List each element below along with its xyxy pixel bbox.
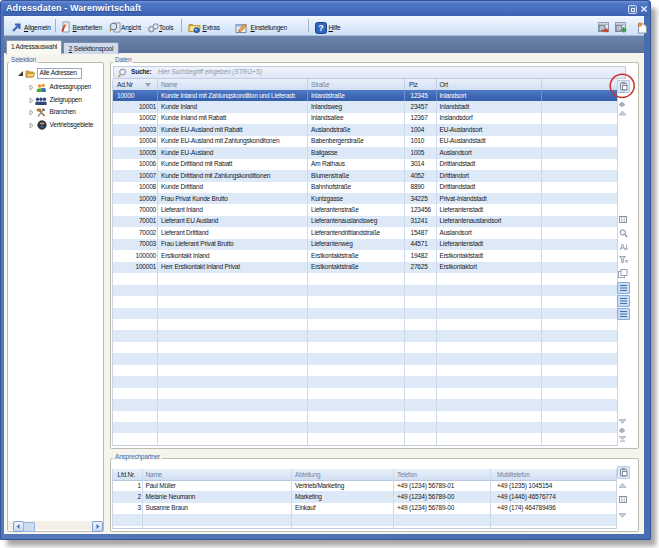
svg-text:?: ?: [318, 23, 324, 33]
